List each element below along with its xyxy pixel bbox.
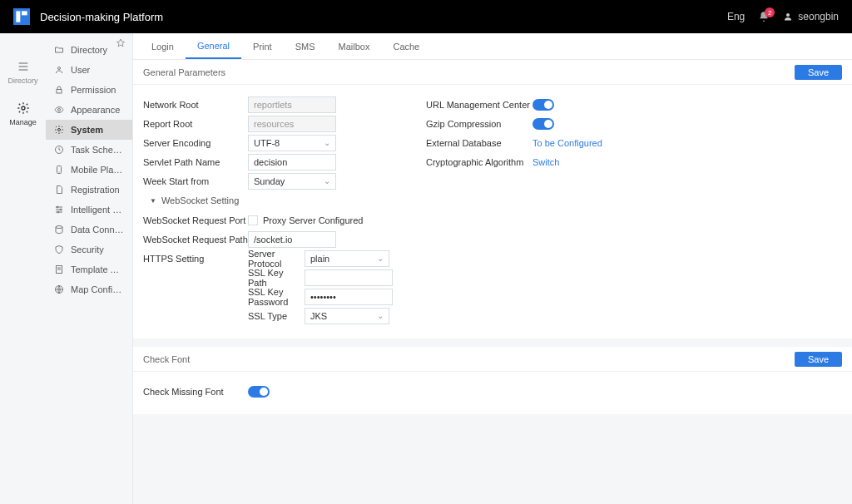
chevron-down-icon: ⌄ [377, 254, 384, 263]
save-button[interactable]: Save [795, 352, 842, 367]
tab-sms[interactable]: SMS [284, 33, 327, 59]
chevron-down-icon: ⌄ [324, 138, 330, 147]
database-icon [54, 225, 64, 235]
sliders-icon [54, 205, 64, 215]
rail-directory[interactable]: Directory [0, 53, 46, 91]
topbar: Decision-making Platform Eng 2 seongbin [0, 0, 852, 33]
sidebar-item-task-schedule[interactable]: Task Schedule [46, 140, 132, 160]
clock-icon [54, 145, 64, 155]
panel-general-parameters: General Parameters Save Network Root Rep… [133, 60, 852, 338]
label-gzip: Gzip Compression [426, 119, 532, 129]
user-name: seongbin [798, 11, 839, 22]
gzip-toggle[interactable] [532, 118, 554, 130]
tab-print[interactable]: Print [241, 33, 284, 59]
svg-point-7 [58, 67, 61, 70]
eye-icon [54, 105, 64, 115]
list-icon [17, 60, 30, 73]
network-root-input[interactable] [248, 96, 336, 113]
svg-point-6 [22, 106, 25, 110]
sidebar-item-permission[interactable]: Permission [46, 80, 132, 100]
label-network-root: Network Root [143, 100, 248, 110]
url-mgmt-toggle[interactable] [532, 99, 554, 111]
gear-icon [17, 101, 30, 115]
map-icon [54, 284, 64, 294]
ssl-key-path-input[interactable] [305, 269, 393, 286]
panel-title: Check Font [143, 354, 190, 364]
tab-cache[interactable]: Cache [381, 33, 431, 59]
sidebar-item-user[interactable]: User [46, 60, 132, 80]
rail-label: Manage [9, 118, 37, 126]
sidebar-item-registration[interactable]: Registration [46, 180, 132, 200]
label-url-mgmt: URL Management Center [426, 100, 532, 110]
check-missing-font-toggle[interactable] [248, 386, 270, 398]
label-ssl-type: SSL Type [248, 311, 305, 321]
sidebar-item-map-configuration[interactable]: Map Configuration [46, 279, 132, 299]
shield-icon [54, 245, 64, 254]
brand-title: Decision-making Platform [40, 11, 163, 23]
label-ws-path: WebSocket Request Path [143, 235, 248, 245]
sidebar-item-intelligent-operation[interactable]: Intelligent Operatio... [46, 200, 132, 220]
notification-badge: 2 [765, 7, 775, 17]
sidebar: Directory User Permission Appearance Sys… [46, 33, 133, 504]
label-check-missing-font: Check Missing Font [143, 387, 248, 397]
ssl-type-select[interactable]: JKS⌄ [305, 308, 389, 324]
protocol-select[interactable]: plain⌄ [305, 250, 389, 267]
folder-icon [54, 45, 64, 55]
tab-mailbox[interactable]: Mailbox [327, 33, 382, 59]
report-root-input[interactable] [248, 116, 336, 132]
user-menu[interactable]: seongbin [783, 11, 839, 22]
file-icon [54, 264, 64, 274]
rail-label: Directory [7, 77, 37, 85]
sidebar-item-template-authenti[interactable]: Template Authenti... [46, 259, 132, 279]
chevron-down-icon: ⌄ [377, 311, 384, 320]
panel-title: General Parameters [143, 67, 225, 77]
gear-icon [54, 125, 64, 135]
label-ext-db: External Database [426, 138, 532, 148]
brand-logo [13, 8, 30, 25]
main-content: Login General Print SMS Mailbox Cache Ge… [133, 33, 852, 504]
label-report-root: Report Root [143, 119, 248, 129]
bell-icon[interactable]: 2 [758, 11, 770, 22]
sidebar-item-appearance[interactable]: Appearance [46, 100, 132, 120]
label-server-protocol: Server Protocol [248, 249, 305, 269]
proxy-label: Proxy Server Configured [263, 215, 363, 225]
svg-rect-0 [16, 11, 20, 22]
tab-login[interactable]: Login [140, 33, 186, 59]
server-encoding-select[interactable]: UTF-8⌄ [248, 135, 336, 151]
save-button[interactable]: Save [795, 65, 842, 80]
ext-db-link[interactable]: To be Configured [532, 138, 602, 148]
sidebar-item-security[interactable]: Security [46, 240, 132, 259]
document-icon [54, 185, 64, 195]
panel-check-font: Check Font Save Check Missing Font [133, 347, 852, 414]
pin-icon[interactable] [116, 38, 126, 51]
caret-down-icon: ▼ [150, 197, 156, 205]
label-crypto: Cryptographic Algorithm [426, 157, 532, 167]
servlet-path-input[interactable] [248, 154, 336, 170]
ssl-key-password-input[interactable] [305, 289, 393, 305]
websocket-setting-toggle[interactable]: ▼WebSocket Setting [143, 190, 393, 210]
chevron-down-icon: ⌄ [324, 176, 330, 185]
left-rail: Directory Manage [0, 33, 46, 504]
lock-icon [54, 85, 64, 95]
tab-general[interactable]: General [186, 33, 241, 59]
svg-point-20 [56, 226, 62, 229]
week-start-select[interactable]: Sunday⌄ [248, 173, 336, 190]
user-icon [54, 65, 64, 75]
rail-manage[interactable]: Manage [0, 95, 46, 133]
label-ssl-key-password: SSL Key Password [248, 287, 305, 307]
lang-switch[interactable]: Eng [727, 11, 745, 22]
crypto-link[interactable]: Switch [532, 157, 559, 167]
ws-path-input[interactable] [248, 231, 336, 248]
label-ssl-key-path: SSL Key Path [248, 268, 305, 288]
svg-point-9 [58, 109, 61, 111]
mobile-icon [54, 165, 64, 175]
sidebar-item-data-connection[interactable]: Data Connection [46, 220, 132, 240]
proxy-checkbox[interactable] [248, 215, 258, 225]
sidebar-item-mobile-platform[interactable]: Mobile Platform [46, 160, 132, 180]
svg-point-2 [786, 13, 790, 17]
label-week-start: Week Start from [143, 176, 248, 186]
sidebar-item-system[interactable]: System [46, 120, 132, 140]
svg-point-10 [58, 129, 61, 131]
label-server-encoding: Server Encoding [143, 138, 248, 148]
label-servlet-path: Servlet Path Name [143, 157, 248, 167]
